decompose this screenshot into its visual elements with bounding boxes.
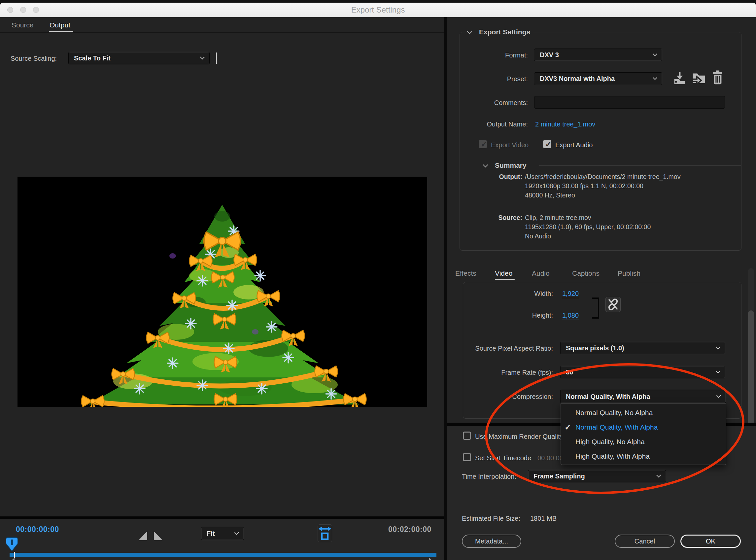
set-in-point-icon[interactable]	[139, 531, 147, 540]
ok-button[interactable]: OK	[680, 535, 741, 548]
set-out-point-icon[interactable]	[154, 531, 162, 540]
crop-proportions-icon	[318, 525, 332, 542]
export-audio-label: Export Audio	[555, 141, 593, 149]
chevron-down-icon	[653, 52, 657, 56]
summary-output-line: 1920x1080p 30.00 fps 1:1 N, 00:02:00:00	[525, 182, 643, 190]
menu-item-normal-with-alpha[interactable]: ✓ Normal Quality, With Alpha	[561, 420, 726, 435]
use-max-quality-label: Use Maximum Render Quality	[475, 433, 563, 440]
divider	[0, 32, 444, 33]
chevron-down-icon	[716, 345, 720, 349]
menu-item-high-with-alpha[interactable]: High Quality, With Alpha	[561, 449, 726, 464]
comments-input[interactable]	[534, 96, 725, 108]
pixel-aspect-ratio-select[interactable]: Square pixels (1.0)	[560, 342, 725, 354]
summary-output-label: Output:	[460, 173, 522, 181]
trim-out-handle[interactable]	[429, 558, 436, 560]
link-dimensions-button[interactable]	[606, 297, 621, 312]
export-settings-window: Export Settings Source Output Source Sca…	[0, 0, 756, 560]
comments-label: Comments:	[460, 99, 528, 107]
summary-source-label: Source:	[460, 214, 522, 222]
preset-label: Preset:	[460, 75, 528, 83]
chevron-down-icon	[200, 55, 205, 59]
export-video-label: Export Video	[491, 141, 529, 149]
tab-publish[interactable]: Publish	[618, 269, 640, 277]
format-select[interactable]: DXV 3	[534, 48, 662, 61]
source-scaling-label: Source Scaling:	[11, 55, 57, 62]
tab-captions[interactable]: Captions	[572, 269, 599, 277]
timeline-track[interactable]	[9, 553, 436, 557]
delete-preset-icon[interactable]	[711, 70, 724, 85]
window-titlebar: Export Settings	[0, 3, 756, 17]
christmas-tree-graphic	[18, 177, 427, 407]
tab-audio[interactable]: Audio	[532, 269, 550, 277]
time-interpolation-select[interactable]: Frame Sampling	[528, 470, 666, 482]
playhead-marker[interactable]	[6, 537, 19, 552]
save-preset-icon[interactable]	[673, 71, 686, 85]
chevron-down-icon	[716, 393, 721, 398]
export-settings-header[interactable]: Export Settings	[476, 28, 533, 36]
preset-select[interactable]: DXV3 Normal wth Alpha	[534, 72, 662, 85]
export-audio-checkbox[interactable]: ✓	[543, 140, 551, 148]
time-interpolation-label: Time Interpolation:	[462, 473, 516, 480]
source-scaling-select[interactable]: Scale To Fit	[68, 52, 210, 64]
menu-item-high-no-alpha[interactable]: High Quality, No Alpha	[561, 435, 726, 449]
chevron-down-icon	[656, 473, 661, 477]
use-max-quality-checkbox[interactable]	[463, 432, 471, 440]
window-title: Export Settings	[0, 3, 756, 17]
playhead-line	[14, 552, 15, 558]
set-start-timecode-checkbox[interactable]	[463, 453, 471, 461]
dimension-bracket	[592, 298, 599, 319]
current-timecode: 00:00:00:00	[16, 525, 59, 534]
height-value[interactable]: 1,080	[562, 312, 579, 320]
check-icon: ✓	[481, 140, 487, 149]
chevron-down-icon	[234, 530, 239, 535]
crop-proportions-button[interactable]	[318, 524, 332, 542]
estimated-file-size-label: Estimated File Size:	[462, 515, 520, 522]
format-label: Format:	[460, 52, 528, 59]
tab-video[interactable]: Video	[495, 269, 512, 277]
chevron-down-icon	[653, 75, 657, 80]
metadata-button[interactable]: Metadata...	[462, 535, 521, 548]
tab-output[interactable]: Output	[49, 21, 70, 29]
divider	[539, 165, 741, 166]
output-name-label: Output Name:	[460, 121, 528, 128]
summary-source-line: 1195x1280 (1.0), 60 fps, Upper, 00:02:00…	[525, 223, 651, 231]
pixel-aspect-ratio-label: Source Pixel Aspect Ratio:	[467, 345, 553, 352]
summary-header[interactable]: Summary	[492, 161, 530, 169]
width-label: Width:	[467, 290, 553, 298]
compression-dropdown-menu: Normal Quality, No Alpha ✓ Normal Qualit…	[560, 403, 726, 465]
summary-source-line: No Audio	[525, 233, 551, 240]
summary-source-line: Clip, 2 minute tree.mov	[525, 214, 591, 222]
summary-output-line: 48000 Hz, Stereo	[525, 192, 575, 199]
import-preset-icon[interactable]	[692, 71, 706, 85]
frame-rate-select[interactable]: 30	[560, 366, 725, 378]
compression-select[interactable]: Normal Quality, With Alpha	[560, 389, 726, 403]
export-video-checkbox[interactable]: ✓	[479, 140, 487, 148]
output-name-link[interactable]: 2 minute tree_1.mov	[535, 121, 595, 128]
frame-rate-label: Frame Rate (fps):	[467, 369, 553, 376]
tab-source[interactable]: Source	[12, 21, 34, 29]
panel-divider	[444, 17, 447, 560]
tab-effects[interactable]: Effects	[455, 269, 476, 277]
compression-label: Compression:	[467, 393, 553, 401]
preview-image	[18, 177, 427, 407]
trim-in-handle[interactable]	[7, 558, 15, 560]
estimated-file-size-value: 1801 MB	[530, 515, 557, 522]
duration-timecode: 00:02:00:00	[388, 525, 431, 534]
scrollbar-thumb[interactable]	[748, 311, 754, 426]
menu-item-normal-no-alpha[interactable]: Normal Quality, No Alpha	[561, 405, 726, 420]
transport-bar: 00:00:00:00 Fit 00:02:00:00	[0, 516, 444, 560]
preview-zoom-select[interactable]: Fit	[201, 527, 244, 540]
tab-video-underline	[495, 279, 515, 280]
width-value[interactable]: 1,920	[562, 290, 579, 298]
set-start-timecode-label: Set Start Timecode	[475, 454, 531, 462]
preview-panel: Source Output Source Scaling: Scale To F…	[0, 17, 444, 560]
settings-panel: Export Settings Format: DXV 3 Preset: DX…	[447, 17, 756, 560]
check-icon: ✓	[545, 140, 552, 149]
summary-output-line: /Users/fredericboulay/Documents/2 minute…	[525, 173, 680, 181]
height-label: Height:	[467, 312, 553, 319]
link-off-icon	[606, 297, 620, 312]
cancel-button[interactable]: Cancel	[615, 535, 675, 548]
check-icon: ✓	[565, 420, 571, 435]
chevron-down-icon	[716, 369, 720, 374]
text-caret	[216, 53, 217, 64]
